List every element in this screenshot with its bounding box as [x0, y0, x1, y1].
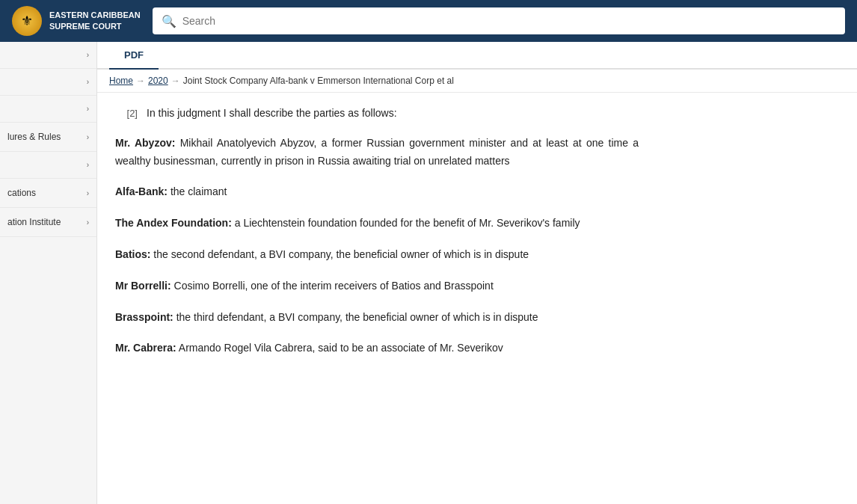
- term-abyzov-desc: Mikhail Anatolyevich Abyzov, a former Ru…: [115, 137, 639, 167]
- search-icon: 🔍: [162, 14, 176, 28]
- term-batios-label: Batios:: [115, 248, 150, 260]
- term-brasspoint-desc: the third defendant, a BVI company, the …: [176, 311, 538, 323]
- chevron-icon: ›: [87, 161, 89, 169]
- term-borrelli: Mr Borrelli: Cosimo Borrelli, one of the…: [115, 277, 639, 295]
- breadcrumb-case: Joint Stock Company Alfa-bank v Emmerson…: [183, 76, 454, 86]
- search-input[interactable]: [182, 15, 836, 27]
- breadcrumb-year[interactable]: 2020: [148, 76, 168, 86]
- term-brasspoint-label: Brasspoint:: [115, 311, 173, 323]
- tab-pdf[interactable]: PDF: [109, 42, 159, 70]
- logo-emblem: ⚜: [12, 6, 42, 36]
- main-content: PDF Home → 2020 → Joint Stock Company Al…: [97, 42, 857, 504]
- search-bar[interactable]: 🔍: [153, 7, 845, 34]
- document-body: [2] In this judgment I shall describe th…: [115, 105, 639, 357]
- site-title: EASTERN CARIBBEAN SUPREME COURT: [49, 10, 141, 33]
- chevron-icon: ›: [87, 78, 89, 86]
- sidebar-item-3[interactable]: ›: [0, 96, 96, 123]
- term-brasspoint: Brasspoint: the third defendant, a BVI c…: [115, 309, 639, 327]
- term-andex: The Andex Foundation: a Liechtenstein fo…: [115, 215, 639, 233]
- sidebar-item-institute[interactable]: ation Institute ›: [0, 208, 96, 237]
- term-alfabank: Alfa-Bank: the claimant: [115, 183, 639, 201]
- tab-bar: PDF: [97, 42, 857, 70]
- sidebar-item-2[interactable]: ›: [0, 69, 96, 96]
- chevron-icon: ›: [87, 133, 89, 141]
- term-abyzov: Mr. Abyzov: Mikhail Anatolyevich Abyzov,…: [115, 135, 639, 170]
- term-andex-label: The Andex Foundation:: [115, 217, 232, 229]
- breadcrumb-sep-1: →: [136, 76, 145, 86]
- intro-paragraph: [2] In this judgment I shall describe th…: [115, 105, 639, 123]
- sidebar-item-5[interactable]: ›: [0, 152, 96, 179]
- chevron-icon: ›: [87, 189, 89, 197]
- header: ⚜ EASTERN CARIBBEAN SUPREME COURT 🔍: [0, 0, 857, 42]
- term-batios: Batios: the second defendant, a BVI comp…: [115, 246, 639, 264]
- term-batios-desc: the second defendant, a BVI company, the…: [153, 248, 529, 260]
- page-layout: › › › lures & Rules › › cations › ation …: [0, 42, 857, 504]
- term-alfabank-label: Alfa-Bank:: [115, 185, 168, 197]
- breadcrumb-home[interactable]: Home: [109, 76, 133, 86]
- term-cabrera-label: Mr. Cabrera:: [115, 342, 176, 354]
- term-cabrera: Mr. Cabrera: Armando Rogel Vila Cabrera,…: [115, 339, 639, 357]
- term-abyzov-label: Mr. Abyzov:: [115, 137, 175, 149]
- term-andex-desc: a Liechtenstein foundation founded for t…: [235, 217, 580, 229]
- term-borrelli-label: Mr Borrelli:: [115, 280, 171, 292]
- chevron-icon: ›: [87, 105, 89, 113]
- sidebar-item-publications[interactable]: cations ›: [0, 179, 96, 208]
- term-cabrera-desc: Armando Rogel Vila Cabrera, said to be a…: [179, 342, 503, 354]
- para-num: [2]: [115, 105, 138, 123]
- content-area[interactable]: [2] In this judgment I shall describe th…: [97, 93, 857, 504]
- sidebar-item-1[interactable]: ›: [0, 42, 96, 69]
- breadcrumb: Home → 2020 → Joint Stock Company Alfa-b…: [97, 70, 857, 93]
- sidebar-item-rules[interactable]: lures & Rules ›: [0, 123, 96, 152]
- logo-block: ⚜ EASTERN CARIBBEAN SUPREME COURT: [12, 6, 141, 36]
- chevron-icon: ›: [87, 218, 89, 227]
- term-alfabank-desc: the claimant: [171, 185, 227, 197]
- breadcrumb-sep-2: →: [171, 76, 180, 86]
- intro-text: In this judgment I shall describe the pa…: [147, 105, 639, 123]
- chevron-icon: ›: [87, 51, 89, 59]
- term-borrelli-desc: Cosimo Borrelli, one of the interim rece…: [174, 280, 494, 292]
- sidebar: › › › lures & Rules › › cations › ation …: [0, 42, 97, 504]
